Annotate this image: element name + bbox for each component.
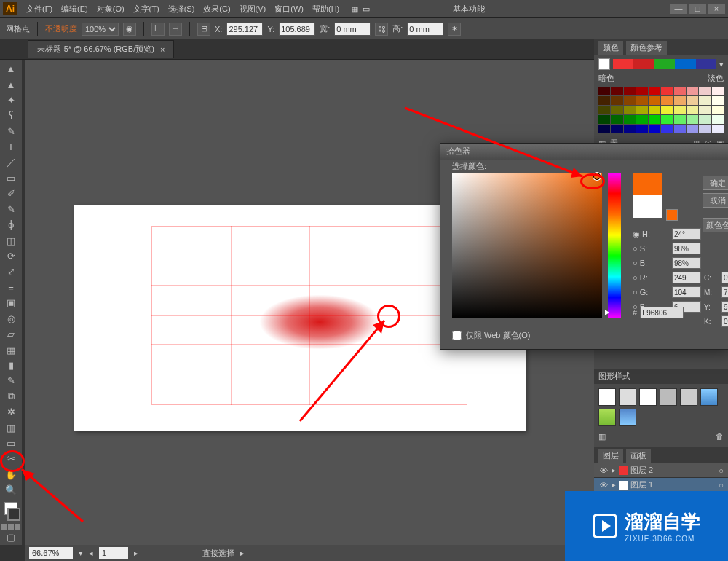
pen-tool[interactable]: ✎ bbox=[2, 125, 20, 138]
rotate-tool[interactable]: ⟳ bbox=[2, 249, 20, 263]
hue-slider[interactable] bbox=[608, 173, 621, 318]
scale-tool[interactable]: ⤢ bbox=[2, 264, 20, 278]
rectangle-tool[interactable]: ▭ bbox=[2, 171, 20, 185]
styles-trash-icon[interactable]: 🗑 bbox=[716, 432, 724, 441]
workspace-switcher[interactable]: 基本功能 bbox=[453, 4, 485, 15]
styles-lib-icon[interactable]: ▥ bbox=[598, 432, 606, 441]
y-input[interactable] bbox=[279, 23, 315, 36]
menu-window[interactable]: 窗口(W) bbox=[270, 4, 308, 15]
visibility-icon[interactable]: 👁 bbox=[598, 466, 609, 475]
saturation-value-field[interactable] bbox=[452, 173, 602, 318]
symbol-sprayer-tool[interactable]: ✲ bbox=[2, 405, 20, 419]
opacity-select[interactable]: 100% bbox=[82, 23, 119, 36]
ok-button[interactable]: 确定 bbox=[703, 176, 728, 190]
lasso-tool[interactable]: ʕ bbox=[2, 109, 20, 122]
visibility-icon[interactable]: 👁 bbox=[598, 481, 609, 490]
artboards-panel-tab[interactable]: 画板 bbox=[626, 449, 651, 463]
close-button[interactable]: × bbox=[708, 4, 725, 14]
s-input[interactable] bbox=[672, 243, 701, 254]
g-radio-label[interactable]: ○ G: bbox=[633, 288, 672, 297]
magic-wand-tool[interactable]: ✦ bbox=[2, 93, 20, 107]
blob-brush-tool[interactable]: ɸ bbox=[2, 218, 20, 232]
h-input[interactable] bbox=[407, 23, 443, 36]
anchor-handle-icon[interactable]: ⊣ bbox=[169, 23, 182, 36]
c-input[interactable] bbox=[721, 272, 728, 283]
color-guide-tab[interactable]: 颜色参考 bbox=[626, 41, 667, 55]
menu-select[interactable]: 选择(S) bbox=[164, 4, 199, 15]
document-tab[interactable]: 未标题-5* @ 66.67% (RGB/预览) × bbox=[28, 40, 174, 58]
r-radio-label[interactable]: ○ R: bbox=[633, 273, 672, 282]
w-input[interactable] bbox=[334, 23, 371, 36]
menu-effect[interactable]: 效果(C) bbox=[199, 4, 234, 15]
menu-type[interactable]: 文字(T) bbox=[129, 4, 164, 15]
target-icon[interactable]: ○ bbox=[719, 466, 724, 475]
x-input[interactable] bbox=[226, 23, 263, 36]
eraser-tool[interactable]: ◫ bbox=[2, 233, 20, 247]
tab-close-icon[interactable]: × bbox=[160, 45, 165, 54]
prev-page-icon[interactable]: ◂ bbox=[89, 549, 93, 558]
artboard-tool[interactable]: ▭ bbox=[2, 436, 20, 450]
expand-icon[interactable]: ▸ bbox=[612, 480, 616, 490]
guide-base-swatch[interactable] bbox=[598, 58, 610, 70]
isolate-icon[interactable]: ✶ bbox=[448, 23, 461, 36]
color-mode-toggles[interactable] bbox=[1, 524, 20, 530]
blend-tool[interactable]: ⧉ bbox=[2, 390, 20, 404]
k-input[interactable] bbox=[721, 315, 728, 327]
shape-builder-tool[interactable]: ◎ bbox=[2, 312, 20, 326]
color-guide-grid[interactable] bbox=[598, 87, 724, 133]
menu-edit[interactable]: 编辑(E) bbox=[57, 4, 92, 15]
styles-panel-tab[interactable]: 图形样式 bbox=[594, 369, 728, 384]
h-radio-label[interactable]: ◉ H: bbox=[633, 230, 672, 239]
cancel-button[interactable]: 取消 bbox=[703, 193, 728, 208]
perspective-tool[interactable]: ▱ bbox=[2, 327, 20, 341]
hand-tool[interactable]: ✋ bbox=[2, 468, 20, 482]
anchor-convert-icon[interactable]: ⊢ bbox=[151, 23, 165, 36]
screen-mode-tool[interactable]: ▢ bbox=[2, 530, 20, 544]
free-transform-tool[interactable]: ▣ bbox=[2, 296, 20, 310]
selection-tool[interactable]: ▲ bbox=[2, 62, 20, 76]
next-page-icon[interactable]: ▸ bbox=[134, 549, 138, 558]
slice-tool[interactable]: ✂ bbox=[2, 452, 20, 466]
zoom-dropdown-icon[interactable]: ▾ bbox=[79, 549, 83, 558]
web-only-checkbox[interactable] bbox=[452, 331, 462, 340]
hex-input[interactable] bbox=[640, 307, 684, 318]
r-input[interactable] bbox=[672, 272, 701, 283]
s-radio-label[interactable]: ○ S: bbox=[633, 244, 672, 253]
menu-file[interactable]: 文件(F) bbox=[22, 4, 57, 15]
y-input[interactable] bbox=[721, 301, 728, 313]
harmony-dropdown-icon[interactable]: ▾ bbox=[719, 60, 724, 69]
menu-help[interactable]: 帮助(H) bbox=[308, 4, 344, 15]
anchor-mode-icon[interactable]: ⊟ bbox=[197, 23, 210, 36]
opacity-label[interactable]: 不透明度 bbox=[45, 23, 77, 34]
arrange-icon[interactable]: ▭ bbox=[363, 4, 370, 14]
layer-name[interactable]: 图层 2 bbox=[630, 465, 653, 476]
width-tool[interactable]: ≡ bbox=[2, 280, 20, 294]
menu-object[interactable]: 对象(O) bbox=[92, 4, 129, 15]
color-panel-tab[interactable]: 颜色 bbox=[598, 41, 623, 55]
target-icon[interactable]: ○ bbox=[719, 481, 724, 490]
status-dropdown-icon[interactable]: ▸ bbox=[240, 549, 245, 558]
eyedropper-tool[interactable]: ✎ bbox=[2, 374, 20, 388]
page-input[interactable]: 1 bbox=[99, 547, 128, 559]
h-input[interactable] bbox=[672, 228, 701, 240]
paintbrush-tool[interactable]: ✐ bbox=[2, 187, 20, 200]
line-tool[interactable]: ／ bbox=[2, 155, 20, 169]
expand-icon[interactable]: ▸ bbox=[612, 466, 616, 475]
graphic-styles-grid[interactable] bbox=[594, 384, 728, 431]
direct-selection-tool[interactable]: ▲ bbox=[2, 77, 20, 91]
layer-name[interactable]: 图层 1 bbox=[630, 479, 653, 490]
m-input[interactable] bbox=[721, 286, 728, 298]
type-tool[interactable]: T bbox=[2, 140, 20, 154]
color-picker-dialog[interactable]: 拾色器 选择颜色: 确定 取消 颜色色 ◉ H: ○ S: ○ B: ○ R:C… bbox=[440, 143, 728, 350]
stroke-swatch[interactable] bbox=[7, 508, 20, 521]
zoom-tool[interactable]: 🔍 bbox=[2, 483, 20, 497]
layers-panel-tab[interactable]: 图层 bbox=[598, 449, 623, 463]
zoom-level-input[interactable]: 66.67% bbox=[29, 547, 73, 559]
pencil-tool[interactable]: ✎ bbox=[2, 203, 20, 216]
layer-row[interactable]: 👁 ▸ 图层 1 ○ bbox=[594, 478, 728, 493]
recolor-icon[interactable]: ◉ bbox=[123, 23, 136, 36]
minimize-button[interactable]: — bbox=[670, 4, 687, 14]
column-graph-tool[interactable]: ▥ bbox=[2, 420, 20, 434]
mesh-tool[interactable]: ▦ bbox=[2, 342, 20, 356]
bridge-icon[interactable]: ▦ bbox=[351, 4, 358, 14]
